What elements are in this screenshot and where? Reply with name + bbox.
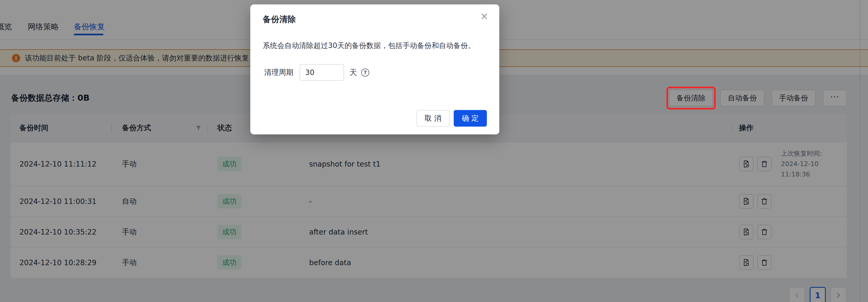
days-unit-label: 天	[349, 67, 357, 78]
close-icon[interactable]: ✕	[480, 12, 488, 22]
clean-cycle-form: 清理周期 天 ?	[264, 64, 369, 81]
help-icon[interactable]: ?	[361, 68, 369, 77]
dialog-title: 备份清除	[263, 14, 296, 25]
clean-cycle-input[interactable]	[300, 64, 344, 81]
clean-cycle-label: 清理周期	[264, 67, 293, 77]
backup-restore-page: 概览 网络策略 备份恢复 ! 该功能目前处于 beta 阶段，仅适合体验，请勿对…	[0, 0, 868, 302]
dialog-footer: 取 消 确 定	[416, 110, 487, 127]
cancel-button[interactable]: 取 消	[416, 110, 450, 127]
backup-clean-dialog: 备份清除 ✕ 系统会自动清除超过30天的备份数据，包括手动备份和自动备份。 清理…	[250, 4, 499, 134]
confirm-button[interactable]: 确 定	[454, 110, 487, 127]
dialog-description: 系统会自动清除超过30天的备份数据，包括手动备份和自动备份。	[263, 41, 475, 51]
